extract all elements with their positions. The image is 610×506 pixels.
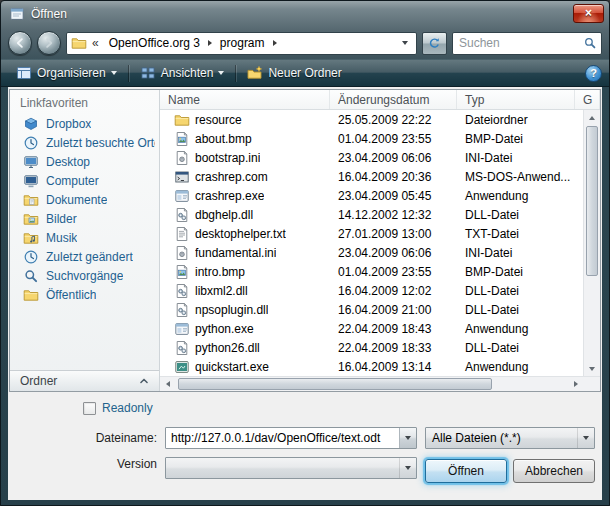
help-button[interactable]: ? <box>585 65 602 82</box>
file-row[interactable]: quickstart.exe16.04.2009 13:14Anwendung <box>160 357 583 376</box>
chevron-up-icon <box>137 374 151 388</box>
file-name: quickstart.exe <box>195 360 269 374</box>
filelist-rows: resource25.05.2009 22:22Dateiordnerabout… <box>160 110 583 376</box>
sidebar-item-label: Öffentlich <box>46 288 96 302</box>
file-row[interactable]: python26.dll22.04.2009 18:33DLL-Datei <box>160 338 583 357</box>
file-row[interactable]: crashrep.com16.04.2009 20:36MS-DOS-Anwen… <box>160 167 583 186</box>
file-date: 23.04.2009 05:45 <box>330 189 457 203</box>
version-dropdown[interactable] <box>165 457 417 479</box>
breadcrumb-overflow-button[interactable]: « <box>89 36 102 50</box>
file-list: NameÄnderungsdatumTypG resource25.05.200… <box>160 90 600 391</box>
file-row[interactable]: bootstrap.ini23.04.2009 06:06INI-Datei <box>160 148 583 167</box>
file-row[interactable]: crashrep.exe23.04.2009 05:45Anwendung <box>160 186 583 205</box>
column-header[interactable]: Name <box>160 90 330 109</box>
file-name: dbghelp.dll <box>195 208 253 222</box>
folders-expander[interactable]: Ordner <box>10 370 159 391</box>
filetype-dropdown-button[interactable] <box>577 428 594 448</box>
sidebar-item[interactable]: Bilder <box>10 209 159 228</box>
new-folder-label: Neuer Ordner <box>268 66 341 80</box>
readonly-checkbox[interactable] <box>83 402 96 415</box>
file-row[interactable]: intro.bmp01.04.2009 23:55BMP-Datei <box>160 262 583 281</box>
toolbar-separator <box>235 65 236 82</box>
file-row[interactable]: resource25.05.2009 22:22Dateiordner <box>160 110 583 129</box>
open-button[interactable]: Öffnen <box>425 459 507 483</box>
file-row[interactable]: fundamental.ini23.04.2009 06:06INI-Datei <box>160 243 583 262</box>
file-row[interactable]: dbghelp.dll14.12.2002 12:32DLL-Datei <box>160 205 583 224</box>
horizontal-scrollbar[interactable] <box>160 376 600 391</box>
version-row: Version Öffnen Abbrechen <box>9 457 601 483</box>
column-header[interactable]: G <box>575 90 600 109</box>
close-button[interactable]: × <box>573 4 604 23</box>
breadcrumb-separator-icon[interactable] <box>273 40 277 46</box>
folders-label: Ordner <box>20 374 57 388</box>
file-row[interactable]: python.exe22.04.2009 18:43Anwendung <box>160 319 583 338</box>
views-button[interactable]: Ansichten <box>132 62 233 84</box>
sidebar-item[interactable]: Suchvorgänge <box>10 266 159 285</box>
dll-icon <box>174 207 190 223</box>
file-type: BMP-Datei <box>457 265 575 279</box>
file-type: INI-Datei <box>457 151 575 165</box>
file-date: 22.04.2009 18:33 <box>330 341 457 355</box>
file-type: Anwendung <box>457 189 575 203</box>
filename-input[interactable] <box>166 428 399 448</box>
breadcrumb-dropdown-button[interactable] <box>398 41 412 45</box>
column-header[interactable]: Typ <box>457 90 575 109</box>
file-name: desktophelper.txt <box>195 227 286 241</box>
file-row[interactable]: npsoplugin.dll16.04.2009 21:00DLL-Datei <box>160 300 583 319</box>
file-row[interactable]: libxml2.dll16.04.2009 12:02DLL-Datei <box>160 281 583 300</box>
vertical-scrollbar[interactable] <box>583 110 600 376</box>
sidebar-item[interactable]: Zuletzt geändert <box>10 247 159 266</box>
column-header[interactable]: Änderungsdatum <box>330 90 457 109</box>
file-date: 22.04.2009 18:43 <box>330 322 457 336</box>
sidebar-item[interactable]: Dropbox <box>10 114 159 133</box>
version-dropdown-button[interactable] <box>399 458 416 478</box>
file-type: DLL-Datei <box>457 303 575 317</box>
file-name-cell: python.exe <box>160 321 330 337</box>
file-type: TXT-Datei <box>457 227 575 241</box>
file-name: intro.bmp <box>195 265 245 279</box>
breadcrumb-separator-icon[interactable] <box>208 40 212 46</box>
forward-button[interactable] <box>37 31 61 55</box>
triangle-right-icon <box>574 381 578 387</box>
sidebar-item-label: Zuletzt geändert <box>46 250 133 264</box>
scroll-down-button[interactable] <box>584 361 600 376</box>
sidebar-item[interactable]: Desktop <box>10 152 159 171</box>
scroll-right-button[interactable] <box>568 377 584 391</box>
cancel-button[interactable]: Abbrechen <box>513 459 595 483</box>
organize-button[interactable]: Organisieren <box>8 62 125 84</box>
filetype-dropdown[interactable]: Alle Dateien (*.*) <box>425 427 595 449</box>
breadcrumb-item[interactable]: OpenOffice.org 3 <box>104 35 205 51</box>
file-name-cell: intro.bmp <box>160 264 330 280</box>
filename-dropdown-button[interactable] <box>399 428 416 448</box>
breadcrumb[interactable]: « OpenOffice.org 3program <box>66 32 417 55</box>
sidebar-item[interactable]: Zuletzt besuchte Orte <box>10 133 159 152</box>
sidebar-item[interactable]: Öffentlich <box>10 285 159 304</box>
search-input[interactable] <box>459 36 583 50</box>
dll-icon <box>174 340 190 356</box>
horizontal-scroll-thumb[interactable] <box>178 378 492 390</box>
horizontal-scroll-track[interactable] <box>176 377 568 391</box>
search-icon[interactable] <box>583 36 597 50</box>
file-row[interactable]: desktophelper.txt27.01.2009 13:00TXT-Dat… <box>160 224 583 243</box>
titlebar[interactable]: Öffnen × <box>1 1 609 27</box>
scroll-left-button[interactable] <box>160 377 176 391</box>
file-row[interactable]: about.bmp01.04.2009 23:55BMP-Datei <box>160 129 583 148</box>
new-folder-button[interactable]: Neuer Ordner <box>239 62 349 84</box>
scroll-up-button[interactable] <box>584 110 600 125</box>
file-date: 16.04.2009 13:14 <box>330 360 457 374</box>
file-type: DLL-Datei <box>457 341 575 355</box>
refresh-button[interactable] <box>422 32 447 55</box>
vertical-scroll-thumb[interactable] <box>586 126 598 276</box>
readonly-label[interactable]: Readonly <box>102 401 153 415</box>
dialog-buttons: Öffnen Abbrechen <box>425 459 595 483</box>
breadcrumb-item[interactable]: program <box>215 35 270 51</box>
sidebar-item[interactable]: Dokumente <box>10 190 159 209</box>
file-date: 01.04.2009 23:55 <box>330 132 457 146</box>
sidebar-item[interactable]: Musik <box>10 228 159 247</box>
file-date: 01.04.2009 23:55 <box>330 265 457 279</box>
back-button[interactable] <box>8 31 32 55</box>
sidebar-item[interactable]: Computer <box>10 171 159 190</box>
filename-combobox[interactable] <box>165 427 417 449</box>
filelist-header: NameÄnderungsdatumTypG <box>160 90 600 110</box>
filename-label: Dateiname: <box>9 431 165 445</box>
